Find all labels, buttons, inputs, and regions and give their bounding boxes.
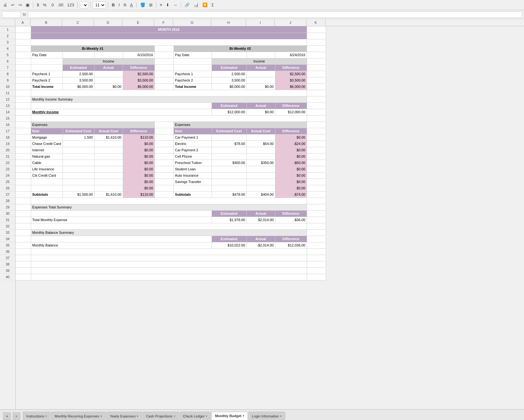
row-22[interactable]: 22 — [0, 160, 15, 166]
cell-k40[interactable] — [307, 274, 326, 280]
cell-a13[interactable] — [16, 102, 31, 109]
percent-btn[interactable]: % — [42, 2, 48, 8]
cell-g7[interactable] — [174, 64, 212, 71]
cell-k17[interactable] — [307, 128, 326, 134]
cell-k37[interactable] — [307, 255, 326, 261]
cell-a40[interactable] — [16, 274, 31, 280]
cell-k5[interactable] — [307, 52, 326, 58]
cell-c5[interactable] — [62, 52, 94, 58]
tab-instructions[interactable]: Instructions ▾ — [23, 412, 50, 420]
cell-k6[interactable] — [307, 58, 326, 64]
tab-login-info[interactable]: Login Information ▾ — [248, 412, 285, 420]
format-btn[interactable]: ▣ — [24, 2, 31, 8]
cell-a16[interactable] — [16, 121, 31, 128]
row-25[interactable]: 25 — [0, 179, 15, 185]
cell-a27[interactable] — [16, 191, 31, 198]
cell-k23[interactable] — [307, 166, 326, 172]
row-14[interactable]: 14 — [0, 109, 15, 115]
cell-a1[interactable] — [16, 26, 31, 33]
cell-a17[interactable] — [16, 128, 31, 134]
cell-i24[interactable] — [246, 172, 275, 179]
cell-a25[interactable] — [16, 179, 31, 185]
cell-f26[interactable] — [154, 185, 174, 191]
cell-c20[interactable] — [62, 147, 94, 153]
currency-btn[interactable]: $ — [36, 2, 40, 8]
cell-k26[interactable] — [307, 185, 326, 191]
cell-k28[interactable] — [307, 198, 326, 204]
cell-b25[interactable] — [31, 179, 62, 185]
row-29[interactable]: 29 — [0, 204, 15, 210]
cell-d9[interactable] — [94, 77, 123, 83]
cell-i5[interactable] — [246, 52, 275, 58]
cell-f8[interactable] — [154, 71, 174, 77]
col-header-g[interactable]: G — [173, 19, 211, 26]
align-mid-btn[interactable]: ⬇ — [165, 2, 171, 8]
row-16[interactable]: 16 — [0, 121, 15, 128]
cell-i8[interactable] — [246, 71, 275, 77]
cell-f21[interactable] — [154, 153, 174, 160]
cell-k25[interactable] — [307, 179, 326, 185]
cell-a6[interactable] — [16, 58, 31, 64]
row-8[interactable]: 8 — [0, 71, 15, 77]
cell-h5[interactable] — [212, 52, 246, 58]
tab-yearly-expenses[interactable]: Yearly Expenses ▾ — [106, 412, 142, 420]
cell-k32[interactable] — [307, 223, 326, 229]
cell-k4[interactable] — [307, 45, 326, 52]
cell-i18[interactable] — [246, 134, 275, 141]
cell-a26[interactable] — [16, 185, 31, 191]
cell-d25[interactable] — [94, 179, 123, 185]
cell-a39[interactable] — [16, 267, 31, 274]
link-btn[interactable]: 🔗 — [183, 2, 191, 8]
cell-k13[interactable] — [307, 102, 326, 109]
row-24[interactable]: 24 — [0, 172, 15, 179]
cell-k34[interactable] — [307, 236, 326, 242]
sheet-list-button[interactable]: ≡ — [13, 412, 20, 420]
row-10[interactable]: 10 — [0, 83, 15, 90]
cell-f4[interactable] — [154, 45, 174, 52]
col-header-a[interactable]: A — [15, 19, 30, 26]
cell-c24[interactable] — [62, 172, 94, 179]
row-37[interactable]: 37 — [0, 255, 15, 261]
row-40[interactable]: 40 — [0, 274, 15, 280]
cell-i9[interactable] — [246, 77, 275, 83]
row-38[interactable]: 38 — [0, 261, 15, 267]
strikethrough-btn[interactable]: S — [122, 2, 128, 8]
row-15[interactable]: 15 — [0, 115, 15, 121]
cell-k15[interactable] — [307, 115, 326, 121]
borders-btn[interactable]: ⊞ — [148, 2, 154, 8]
cell-a5[interactable] — [16, 52, 31, 58]
row-34[interactable]: 34 — [0, 236, 15, 242]
cell-a4[interactable] — [16, 45, 31, 52]
row-7[interactable]: 7 — [0, 64, 15, 71]
cell-i26[interactable] — [246, 185, 275, 191]
tab-monthly-budget[interactable]: Monthly Budget ▾ — [212, 412, 248, 420]
cell-a28[interactable] — [16, 198, 31, 204]
row-11[interactable]: 11 — [0, 90, 15, 96]
cell-f6[interactable] — [154, 58, 174, 64]
number-btn[interactable]: 123 — [66, 2, 75, 8]
cell-d26[interactable] — [94, 185, 123, 191]
cell-g6[interactable] — [174, 58, 212, 64]
cell-k29[interactable] — [307, 204, 326, 210]
cell-a19[interactable] — [16, 141, 31, 147]
font-select[interactable]: Trebuch... — [80, 2, 88, 9]
cell-k35[interactable] — [307, 242, 326, 248]
cell-a34[interactable] — [16, 236, 31, 242]
cell-k19[interactable] — [307, 141, 326, 147]
formula-btn[interactable]: Σ — [210, 2, 215, 8]
row-26[interactable]: 26 — [0, 185, 15, 191]
cell-k2[interactable] — [307, 33, 326, 39]
row-6[interactable]: 6 — [0, 58, 15, 64]
cell-g26[interactable] — [174, 185, 212, 191]
undo-btn[interactable]: ↩ — [10, 2, 16, 8]
cell-b26[interactable] — [31, 185, 62, 191]
cell-i25[interactable] — [246, 179, 275, 185]
cell-i23[interactable] — [246, 166, 275, 172]
filter-btn[interactable]: 🔽 — [201, 2, 209, 8]
cell-a31[interactable] — [16, 217, 31, 223]
col-header-c[interactable]: C — [62, 19, 94, 26]
cell-h25[interactable] — [212, 179, 246, 185]
cell-a32[interactable] — [16, 223, 31, 229]
cell-h20[interactable] — [212, 147, 246, 153]
cell-c25[interactable] — [62, 179, 94, 185]
